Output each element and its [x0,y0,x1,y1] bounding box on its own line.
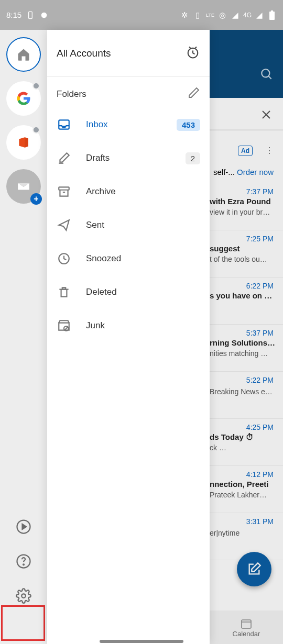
phone-icon [26,10,35,20]
inbox-count: 453 [177,119,200,131]
folders-label: Folders [57,89,86,99]
lte-icon: LTE [205,10,215,20]
status-bar: 8:15 ✲ ▯ LTE ◎ ◢ 4G ◢ [0,0,283,30]
highlight-box [1,605,45,641]
folder-drawer: All Accounts Folders Inbox 453 Drafts 2 [47,30,210,644]
folder-label: Deleted [86,287,117,297]
compose-button[interactable] [237,552,271,586]
status-dot [32,82,40,90]
plus-icon: + [30,193,42,205]
settings-button[interactable] [12,584,35,607]
folder-drafts[interactable]: Drafts 2 [47,141,210,175]
sent-icon [57,218,71,232]
svg-point-13 [23,564,24,565]
office-account[interactable] [6,125,41,160]
email-subject: with Ezra Pound [210,197,277,206]
folder-label: Sent [86,220,104,230]
folder-label: Drafts [86,153,110,163]
trash-icon [57,285,71,299]
calendar-tab[interactable]: Calendar [210,610,283,644]
archive-icon [57,184,71,199]
hotspot-icon: ◎ [218,10,227,20]
svg-rect-17 [59,187,69,190]
folder-sent[interactable]: Sent [47,208,210,242]
email-preview: view it in your br… [210,208,277,216]
signal-icon: ◢ [231,10,240,20]
help-button[interactable] [12,550,35,573]
google-account[interactable] [6,81,41,116]
ad-text-row[interactable]: self-... Order now [213,168,274,176]
junk-icon [57,318,71,333]
folder-label: Snoozed [86,253,121,264]
ad-menu-icon[interactable]: ⋮ [265,146,274,156]
svg-line-5 [268,76,271,79]
edit-icon[interactable] [188,86,200,102]
drawer-title: All Accounts [57,48,111,59]
folder-label: Junk [86,320,105,331]
folder-junk[interactable]: Junk [47,309,210,342]
folder-label: Inbox [86,119,108,130]
drafts-icon [57,151,71,165]
folder-snoozed[interactable]: Snoozed [47,242,210,275]
svg-point-4 [262,69,269,77]
folder-label: Archive [86,186,116,197]
snoozed-icon [57,251,71,266]
folder-list: Inbox 453 Drafts 2 Archive Sent [47,108,210,342]
status-time: 8:15 [6,10,21,19]
svg-rect-0 [29,12,32,18]
vibrate-icon: ▯ [193,10,202,20]
svg-marker-11 [23,524,27,529]
home-indicator [100,640,183,643]
signal2-icon: ◢ [255,10,264,20]
close-icon[interactable] [260,108,273,123]
home-account[interactable] [6,37,41,72]
sync-icon [39,10,49,20]
inbox-icon [57,117,71,132]
clock-icon[interactable] [186,45,200,62]
svg-point-1 [41,12,47,18]
account-rail: + [0,30,47,644]
order-link[interactable]: Order now [237,168,274,176]
folder-inbox[interactable]: Inbox 453 [47,108,210,141]
search-button[interactable] [260,68,274,83]
add-account[interactable]: + [6,169,41,204]
battery-icon [267,10,277,20]
drafts-count: 2 [186,152,200,164]
status-dot [32,126,40,134]
folder-archive[interactable]: Archive [47,175,210,208]
svg-rect-8 [242,620,251,628]
play-button[interactable] [12,515,35,538]
network-label: 4G [243,12,252,19]
svg-rect-2 [269,12,275,20]
svg-point-14 [21,594,26,598]
email-time: 7:37 PM [246,187,274,196]
folder-deleted[interactable]: Deleted [47,275,210,309]
calendar-label: Calendar [233,630,260,638]
bluetooth-icon: ✲ [180,10,190,20]
ad-badge: Ad [238,146,253,155]
svg-rect-3 [271,10,273,12]
